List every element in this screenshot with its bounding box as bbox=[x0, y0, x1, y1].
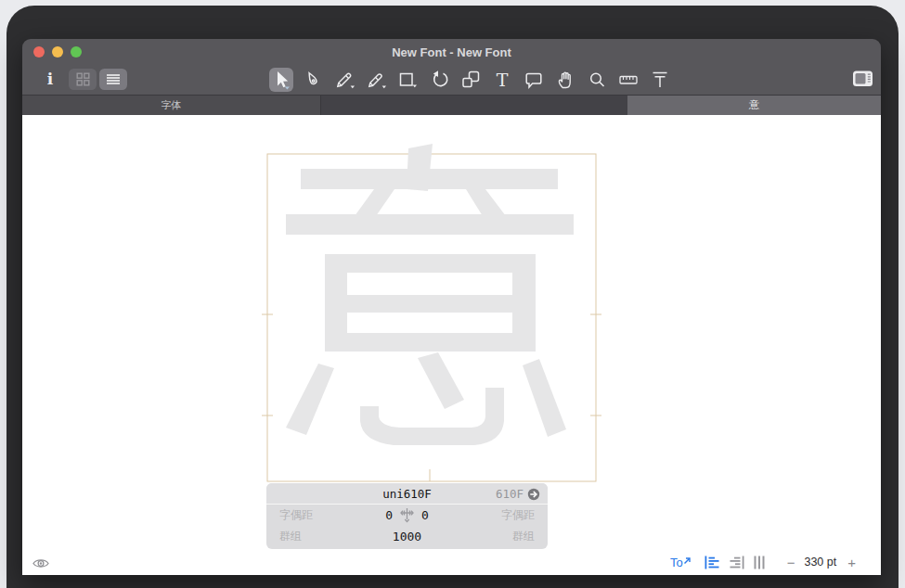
annotation-tool[interactable] bbox=[522, 68, 546, 92]
pencil-tool-icon bbox=[333, 69, 356, 91]
align-right-button[interactable] bbox=[729, 556, 744, 569]
measure-tool-icon bbox=[649, 69, 671, 91]
text-tool[interactable]: T bbox=[490, 68, 514, 92]
font-info-button[interactable]: i bbox=[41, 67, 59, 91]
status-controls: To bbox=[670, 553, 856, 571]
shapes-tool[interactable] bbox=[395, 68, 420, 92]
tool-strip: T bbox=[269, 68, 672, 92]
rotate-tool-icon bbox=[428, 69, 450, 91]
group-right-label: 群组 bbox=[466, 529, 548, 544]
window-title: New Font - New Font bbox=[22, 39, 881, 66]
group-left-label: 群组 bbox=[266, 529, 348, 544]
kerning-left-value[interactable]: 0 bbox=[385, 508, 393, 522]
zoom-out-button[interactable]: − bbox=[787, 555, 795, 570]
toolbar: i bbox=[22, 65, 881, 95]
list-view-button[interactable] bbox=[99, 69, 127, 90]
select-tool-icon bbox=[270, 69, 292, 91]
hand-tool-icon bbox=[554, 69, 576, 91]
info-icon: i bbox=[47, 70, 53, 88]
annotation-tool-icon bbox=[523, 69, 545, 91]
hand-tool[interactable] bbox=[553, 68, 577, 92]
glyph-info-header: uni610F 610F bbox=[266, 483, 548, 505]
text-tool-glyph: T bbox=[497, 70, 509, 90]
pencil-tool[interactable] bbox=[332, 68, 356, 92]
zoom-level[interactable]: 330 pt bbox=[804, 556, 836, 569]
align-left-button[interactable] bbox=[705, 556, 720, 569]
scale-tool[interactable] bbox=[459, 68, 483, 92]
grid-view-icon bbox=[76, 72, 90, 86]
zoom-tool[interactable] bbox=[585, 68, 609, 92]
eraser-tool[interactable] bbox=[364, 68, 388, 92]
tab-font-label: 字体 bbox=[162, 98, 182, 112]
ruler-tool-icon bbox=[617, 69, 640, 91]
align-right-icon bbox=[729, 556, 744, 569]
measure-tool[interactable] bbox=[648, 68, 672, 92]
align-left-icon bbox=[705, 556, 720, 569]
tab-glyph-edit[interactable]: 意 bbox=[627, 96, 881, 115]
text-tool-icon: T bbox=[491, 69, 513, 91]
select-tool[interactable] bbox=[269, 68, 293, 92]
view-options-button[interactable] bbox=[32, 556, 50, 574]
tab-font[interactable]: 字体 bbox=[22, 96, 321, 115]
ruler-tool[interactable] bbox=[616, 68, 640, 92]
kerning-row: 字偶距 0 0 bbox=[266, 505, 548, 526]
unicode-value: 610F bbox=[496, 487, 524, 501]
glyph-width-value[interactable]: 1000 bbox=[393, 530, 421, 543]
tab-bar-spacer[interactable] bbox=[321, 96, 627, 115]
zoom-tool-icon bbox=[586, 69, 608, 91]
glyph-info-panel: uni610F 610F 字偶距 0 bbox=[266, 483, 548, 549]
vertical-text-button[interactable] bbox=[753, 556, 766, 569]
kerning-right-value[interactable]: 0 bbox=[421, 508, 429, 522]
pen-tool[interactable] bbox=[301, 68, 325, 92]
rotate-tool[interactable] bbox=[427, 68, 451, 92]
eraser-tool-icon bbox=[365, 69, 387, 91]
glyph-edit-canvas[interactable]: uni610F 610F 字偶距 0 bbox=[22, 115, 881, 575]
kerning-left-label: 字偶距 bbox=[266, 507, 348, 523]
scale-tool-icon bbox=[459, 69, 482, 91]
text-preview-button[interactable]: To bbox=[670, 556, 692, 569]
tab-glyph-label: 意 bbox=[749, 98, 760, 112]
list-view-icon bbox=[106, 73, 121, 85]
tab-bar: 字体 意 bbox=[22, 95, 881, 115]
text-preview-label: To bbox=[670, 556, 683, 569]
text-preview-arrow-icon bbox=[683, 556, 692, 565]
sidebar-toggle-icon bbox=[852, 70, 874, 88]
glyph-unicode: 610F bbox=[496, 483, 540, 505]
pen-tool-icon bbox=[302, 69, 324, 91]
goto-unicode-icon[interactable] bbox=[527, 488, 540, 501]
sidebearing-values: 0 0 bbox=[348, 507, 466, 523]
sidebar-toggle-button[interactable] bbox=[852, 70, 874, 92]
vertical-text-icon bbox=[753, 556, 766, 569]
metrics-arrows-icon[interactable] bbox=[399, 507, 415, 523]
zoom-in-button[interactable]: + bbox=[847, 555, 856, 570]
title-bar: New Font - New Font bbox=[22, 39, 881, 65]
kerning-right-label: 字偶距 bbox=[466, 507, 548, 523]
grid-view-button[interactable] bbox=[69, 69, 97, 90]
shapes-tool-icon bbox=[396, 69, 419, 91]
eye-icon bbox=[32, 556, 50, 570]
view-mode-segmented-control bbox=[69, 69, 127, 90]
app-window: New Font - New Font i bbox=[22, 39, 881, 575]
group-row: 群组 1000 群组 bbox=[266, 526, 548, 547]
